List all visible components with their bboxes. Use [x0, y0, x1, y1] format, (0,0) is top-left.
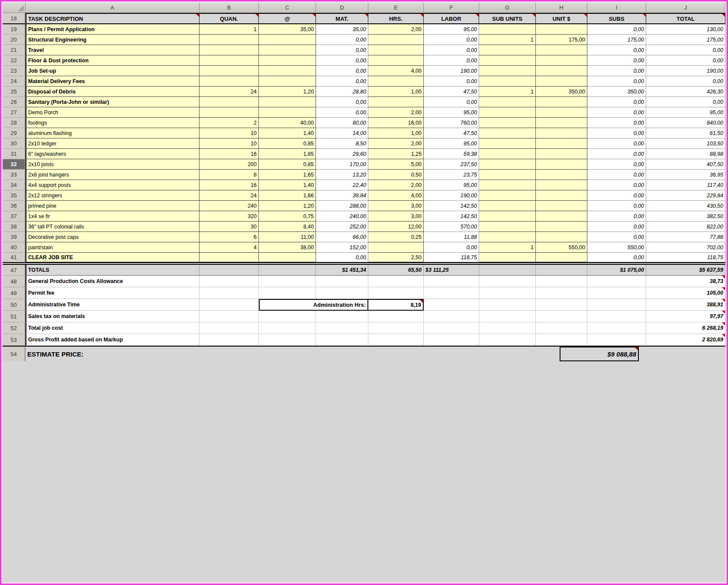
cell-subs[interactable]: 0,00 — [587, 211, 646, 222]
cell-subunits[interactable] — [479, 76, 536, 87]
column-header-mat-[interactable]: MAT. — [316, 13, 368, 24]
cell-total[interactable]: 0,00 — [646, 45, 725, 55]
cell-at[interactable] — [259, 45, 316, 55]
cell-labor[interactable]: 570,00 — [424, 222, 479, 232]
row-number[interactable]: 34 — [3, 180, 26, 190]
cell[interactable] — [424, 334, 479, 346]
cell-hrs[interactable]: 3,00 — [368, 201, 424, 211]
cell-subs[interactable]: 0,00 — [587, 180, 646, 190]
cell-mat[interactable]: 0,00 — [316, 253, 368, 262]
cell-hrs[interactable]: 2,50 — [368, 253, 424, 262]
cell-labor[interactable]: 0,00 — [424, 35, 479, 45]
cell-task-description[interactable]: Material Delivery Fees — [26, 76, 200, 87]
cell-mat[interactable]: 0,00 — [316, 107, 368, 118]
cell[interactable] — [587, 287, 646, 299]
row-number[interactable]: 52 — [3, 322, 26, 334]
row-number[interactable]: 18 — [3, 13, 26, 24]
cell-task-description[interactable]: Decorative post caps — [26, 232, 200, 242]
row-number[interactable]: 30 — [3, 138, 26, 149]
cell-hrs[interactable]: 1,25 — [368, 149, 424, 159]
cell-at[interactable]: 1,20 — [259, 87, 316, 97]
cell-quan[interactable] — [200, 66, 259, 76]
cell-subunits[interactable] — [479, 211, 536, 222]
cell-subunits[interactable]: 1 — [479, 87, 536, 97]
row-number[interactable]: 41 — [3, 253, 26, 262]
cell-total[interactable]: 118,75 — [646, 253, 725, 262]
cell-mat[interactable]: 14,00 — [316, 128, 368, 138]
cell-labor[interactable]: 118,75 — [424, 253, 479, 262]
cell[interactable] — [424, 311, 479, 322]
cell-subunits[interactable]: 1 — [479, 35, 536, 45]
cell[interactable] — [259, 334, 316, 346]
cell-total[interactable]: 822,00 — [646, 222, 725, 232]
cell-task-description[interactable]: 4x4 support posts — [26, 180, 200, 190]
cell-task-description[interactable]: 2x12 stringers — [26, 190, 200, 201]
cell-units[interactable] — [536, 180, 587, 190]
cell-quan[interactable]: 6 — [200, 232, 259, 242]
cell-units[interactable]: 350,00 — [536, 87, 587, 97]
cell-at[interactable]: 0,85 — [259, 159, 316, 170]
cell[interactable] — [316, 311, 368, 322]
cell-subunits[interactable] — [479, 201, 536, 211]
cell-quan[interactable] — [200, 35, 259, 45]
cell-at[interactable] — [259, 107, 316, 118]
cell-hrs[interactable]: 1,00 — [368, 128, 424, 138]
cell-units[interactable] — [536, 232, 587, 242]
row-number[interactable]: 21 — [3, 45, 26, 55]
cell-mat[interactable]: 35,00 — [316, 24, 368, 35]
cell[interactable] — [200, 287, 259, 299]
cell-hrs[interactable]: 4,00 — [368, 190, 424, 201]
cell[interactable] — [259, 322, 316, 334]
cell-total[interactable]: 77,88 — [646, 232, 725, 242]
cell[interactable] — [424, 299, 479, 311]
cell-units[interactable] — [536, 66, 587, 76]
cell[interactable] — [536, 276, 587, 287]
cell-at[interactable]: 1,40 — [259, 180, 316, 190]
cell-at[interactable] — [259, 253, 316, 262]
cell-labor[interactable]: 142,50 — [424, 211, 479, 222]
cell-task-description[interactable]: Structural Engineering — [26, 35, 200, 45]
cell-quan[interactable]: 30 — [200, 222, 259, 232]
cell-task-description[interactable]: Floor & Dust protection — [26, 55, 200, 66]
cell-subunits[interactable] — [479, 180, 536, 190]
cell-subs[interactable]: 0,00 — [587, 24, 646, 35]
cell-mat[interactable]: 0,00 — [316, 45, 368, 55]
cell-task-description[interactable]: Sanitary (Porta-John or similar) — [26, 97, 200, 107]
cell-labor[interactable]: 95,00 — [424, 107, 479, 118]
cell[interactable] — [536, 311, 587, 322]
cell-units[interactable] — [536, 55, 587, 66]
row-number[interactable]: 20 — [3, 35, 26, 45]
cell-quan[interactable]: 2 — [200, 118, 259, 128]
cell-subs[interactable]: 0,00 — [587, 97, 646, 107]
cell-quan[interactable]: 24 — [200, 190, 259, 201]
cell-subs[interactable]: 550,00 — [587, 242, 646, 253]
cell[interactable] — [536, 287, 587, 299]
cell-mat[interactable]: 0,00 — [316, 76, 368, 87]
cell[interactable] — [200, 334, 259, 346]
row-number[interactable]: 50 — [3, 299, 26, 311]
cell-hrs[interactable] — [368, 55, 424, 66]
cell-quan[interactable]: 16 — [200, 180, 259, 190]
cell-total[interactable]: 95,00 — [646, 107, 725, 118]
cell[interactable] — [200, 322, 259, 334]
cell-units[interactable] — [536, 118, 587, 128]
cell[interactable] — [316, 322, 368, 334]
cell-labor[interactable]: 760,00 — [424, 118, 479, 128]
cell-units[interactable] — [536, 253, 587, 262]
cell-mat[interactable]: 22,40 — [316, 180, 368, 190]
cell[interactable] — [316, 287, 368, 299]
cell-total[interactable]: 36,95 — [646, 170, 725, 180]
cell-b[interactable] — [200, 299, 259, 311]
cell-at[interactable] — [259, 35, 316, 45]
column-header-I[interactable]: I — [587, 3, 646, 13]
cell-mat[interactable]: 39,84 — [316, 190, 368, 201]
cell[interactable] — [316, 334, 368, 346]
cell-quan[interactable]: 200 — [200, 159, 259, 170]
cell-subunits[interactable] — [479, 24, 536, 35]
column-header-unit-[interactable]: UNIT $ — [536, 13, 587, 24]
cell[interactable] — [587, 322, 646, 334]
column-header-quan-[interactable]: QUAN. — [200, 13, 259, 24]
cell[interactable] — [368, 334, 424, 346]
row-number[interactable]: 25 — [3, 87, 26, 97]
cell-units[interactable] — [536, 107, 587, 118]
